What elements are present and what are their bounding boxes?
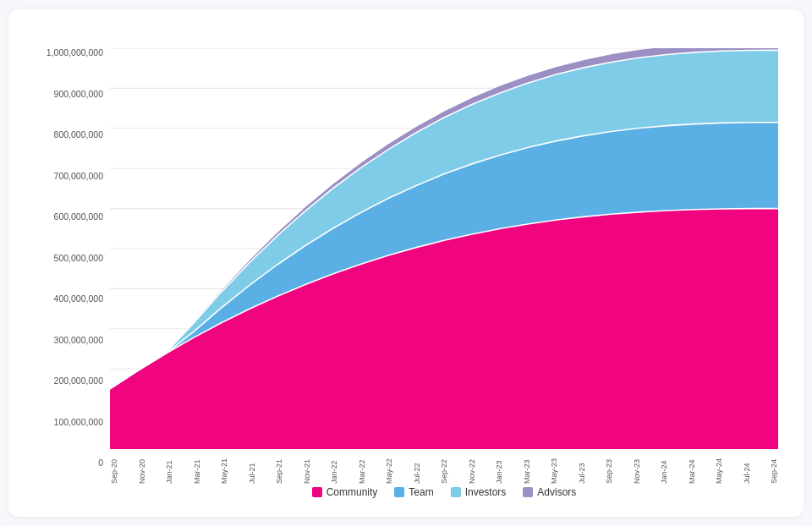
x-axis-label: May-21: [220, 453, 228, 484]
y-axis: 1,000,000,000900,000,000800,000,000700,0…: [34, 48, 110, 500]
x-axis-label: Sep-20: [110, 453, 118, 484]
legend-label: Investors: [465, 486, 507, 498]
legend-label: Team: [409, 486, 433, 498]
x-axis-label: Jan-22: [330, 453, 338, 484]
y-axis-label: 100,000,000: [34, 418, 110, 427]
y-axis-label: 200,000,000: [34, 376, 110, 386]
legend-item: Investors: [451, 486, 507, 498]
x-axis-label: Mar-21: [193, 453, 201, 484]
x-axis-label: Jul-21: [248, 453, 256, 484]
legend-label: Community: [326, 486, 378, 498]
legend-item: Advisors: [523, 486, 576, 498]
x-axis-label: Nov-23: [633, 453, 641, 484]
x-axis-label: Nov-21: [303, 453, 311, 484]
y-axis-label: 1,000,000,000: [34, 48, 110, 58]
legend-item: Community: [312, 486, 378, 498]
legend-color-swatch: [312, 487, 322, 497]
y-axis-label: 0: [34, 458, 110, 468]
x-axis-label: Jan-21: [165, 453, 173, 484]
y-axis-label: 500,000,000: [34, 254, 110, 263]
x-axis-label: Sep-22: [440, 453, 448, 484]
chart-container: 1,000,000,000900,000,000800,000,000700,0…: [8, 9, 804, 517]
y-axis-label: 400,000,000: [34, 294, 110, 304]
y-axis-label: 900,000,000: [34, 90, 110, 99]
x-axis-label: Mar-23: [523, 453, 531, 484]
x-axis-label: Jan-24: [660, 453, 668, 484]
x-axis-label: May-22: [385, 453, 393, 484]
x-axis-label: Jul-24: [743, 453, 751, 484]
legend-color-swatch: [394, 487, 404, 497]
x-axis-label: May-24: [715, 453, 723, 484]
x-axis-label: Mar-24: [688, 453, 696, 484]
legend-color-swatch: [451, 487, 461, 497]
x-axis-label: Nov-20: [138, 453, 146, 484]
x-axis-label: Sep-23: [605, 453, 613, 484]
x-axis-label: Jul-22: [413, 453, 421, 484]
main-chart-svg: [110, 48, 778, 449]
chart-area: 1,000,000,000900,000,000800,000,000700,0…: [34, 48, 778, 500]
legend-label: Advisors: [537, 486, 576, 498]
x-axis-label: Nov-22: [468, 453, 476, 484]
x-axis-label: Jan-23: [495, 453, 503, 484]
legend-item: Team: [394, 486, 433, 498]
chart-right: Sep-20Nov-20Jan-21Mar-21May-21Jul-21Sep-…: [110, 48, 778, 500]
x-axis-label: May-23: [550, 453, 558, 484]
x-axis: Sep-20Nov-20Jan-21Mar-21May-21Jul-21Sep-…: [110, 449, 778, 481]
y-axis-label: 800,000,000: [34, 130, 110, 140]
y-axis-label: 700,000,000: [34, 172, 110, 181]
x-axis-label: Mar-22: [358, 453, 366, 484]
y-axis-label: 300,000,000: [34, 336, 110, 345]
x-axis-label: Jul-23: [578, 453, 586, 484]
y-axis-label: 600,000,000: [34, 212, 110, 222]
x-axis-label: Sep-21: [275, 453, 283, 484]
x-axis-label: Sep-24: [770, 453, 778, 484]
legend-color-swatch: [523, 487, 533, 497]
legend: CommunityTeamInvestorsAdvisors: [110, 486, 778, 500]
